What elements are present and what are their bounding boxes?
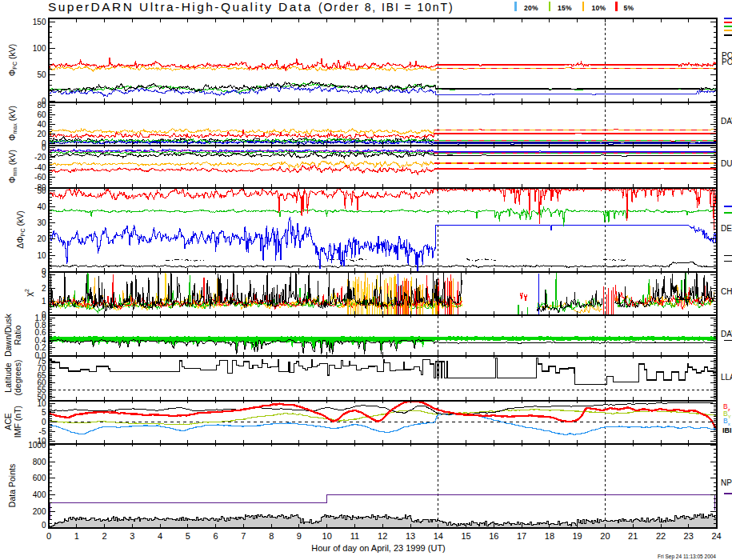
svg-text:5%: 5% bbox=[624, 4, 634, 12]
svg-text:16: 16 bbox=[489, 531, 498, 541]
svg-text:0.4: 0.4 bbox=[35, 336, 46, 345]
svg-text:-5: -5 bbox=[39, 427, 46, 436]
svg-text:19: 19 bbox=[572, 531, 582, 541]
svg-text:-40: -40 bbox=[34, 163, 46, 172]
svg-text:1.0: 1.0 bbox=[35, 314, 46, 322]
svg-text:23: 23 bbox=[684, 531, 694, 541]
svg-text:75: 75 bbox=[37, 357, 46, 366]
svg-text:(degrees): (degrees) bbox=[13, 360, 22, 396]
svg-text:21: 21 bbox=[628, 531, 638, 541]
svg-text:0: 0 bbox=[42, 418, 46, 426]
svg-text:400: 400 bbox=[33, 490, 46, 499]
svg-text:10: 10 bbox=[37, 399, 46, 408]
svg-text:1000: 1000 bbox=[28, 441, 46, 450]
svg-text:18: 18 bbox=[545, 531, 554, 541]
svg-text:80: 80 bbox=[37, 101, 46, 110]
svg-text:22: 22 bbox=[656, 531, 666, 541]
svg-text:ACE: ACE bbox=[3, 413, 13, 430]
svg-text:DAV: DAV bbox=[721, 117, 732, 126]
svg-text:SuperDARN Ultra-High-Quality D: SuperDARN Ultra-High-Quality Data bbox=[48, 0, 313, 14]
svg-text:0.8: 0.8 bbox=[35, 321, 46, 330]
svg-text:20: 20 bbox=[37, 130, 46, 138]
svg-text:3: 3 bbox=[42, 270, 46, 279]
svg-text:0: 0 bbox=[42, 521, 46, 530]
svg-text:17: 17 bbox=[517, 531, 526, 541]
svg-text:9: 9 bbox=[297, 531, 302, 541]
svg-text:5: 5 bbox=[186, 531, 190, 541]
svg-text:600: 600 bbox=[33, 474, 46, 482]
svg-text:15%: 15% bbox=[558, 4, 572, 12]
svg-text:DE: DE bbox=[721, 224, 732, 233]
svg-text:12: 12 bbox=[378, 531, 387, 541]
svg-text:20%: 20% bbox=[524, 4, 538, 12]
svg-text:5: 5 bbox=[42, 408, 46, 417]
svg-text:0: 0 bbox=[42, 143, 46, 152]
svg-text:DU: DU bbox=[721, 159, 732, 168]
svg-text:Ratio: Ratio bbox=[13, 326, 22, 346]
svg-text:Φmin (kV): Φmin (kV) bbox=[7, 150, 18, 183]
svg-text:2: 2 bbox=[102, 531, 106, 541]
svg-text:40: 40 bbox=[37, 202, 46, 211]
svg-text:0: 0 bbox=[46, 531, 51, 541]
svg-text:Φmax (kV): Φmax (kV) bbox=[7, 106, 18, 141]
svg-text:LLA: LLA bbox=[721, 373, 732, 382]
svg-text:Dawn/Dusk: Dawn/Dusk bbox=[3, 313, 13, 356]
svg-text:Data Points: Data Points bbox=[7, 464, 17, 507]
svg-text:IBI: IBI bbox=[722, 426, 732, 434]
svg-text:ΦPC (kV): ΦPC (kV) bbox=[7, 44, 18, 76]
svg-text:-20: -20 bbox=[34, 153, 46, 162]
svg-text:3: 3 bbox=[130, 531, 134, 541]
svg-text:2: 2 bbox=[42, 284, 46, 293]
svg-text:20: 20 bbox=[37, 234, 46, 243]
svg-text:11: 11 bbox=[350, 531, 359, 541]
svg-text:IMF (nT): IMF (nT) bbox=[13, 406, 22, 438]
svg-text:4: 4 bbox=[158, 531, 162, 541]
svg-text:24: 24 bbox=[711, 531, 721, 541]
svg-text:1: 1 bbox=[42, 297, 46, 306]
svg-text:1: 1 bbox=[74, 531, 79, 541]
svg-text:8: 8 bbox=[269, 531, 274, 541]
svg-text:20: 20 bbox=[600, 531, 610, 541]
svg-text:10: 10 bbox=[37, 251, 46, 260]
svg-text:100: 100 bbox=[33, 44, 46, 53]
svg-text:-60: -60 bbox=[34, 173, 46, 182]
svg-text:6: 6 bbox=[214, 531, 218, 541]
svg-text:14: 14 bbox=[434, 531, 443, 541]
svg-text:Fri Sep 24 11:13:05 2004: Fri Sep 24 11:13:05 2004 bbox=[658, 554, 716, 560]
svg-text:PO: PO bbox=[722, 58, 732, 66]
svg-text:50: 50 bbox=[37, 70, 46, 79]
svg-text:10%: 10% bbox=[592, 4, 606, 12]
svg-text:150: 150 bbox=[33, 18, 46, 26]
svg-text:40: 40 bbox=[37, 120, 46, 129]
svg-text:30: 30 bbox=[37, 218, 46, 227]
svg-text:DAW: DAW bbox=[721, 330, 732, 338]
svg-text:50: 50 bbox=[37, 186, 46, 195]
svg-text:60: 60 bbox=[37, 110, 46, 119]
svg-text:NP: NP bbox=[721, 478, 732, 487]
svg-text:200: 200 bbox=[33, 507, 46, 516]
svg-text:15: 15 bbox=[461, 531, 470, 541]
svg-text:Hour of day on April, 23 1999: Hour of day on April, 23 1999 (UT) bbox=[311, 543, 446, 553]
svg-text:Latitude: Latitude bbox=[3, 362, 13, 393]
svg-text:0.6: 0.6 bbox=[35, 328, 46, 337]
svg-text:0.2: 0.2 bbox=[35, 343, 46, 352]
svg-text:7: 7 bbox=[241, 531, 246, 541]
svg-text:(Order 8, IBI = 10nT): (Order 8, IBI = 10nT) bbox=[318, 1, 454, 14]
svg-text:800: 800 bbox=[33, 458, 46, 466]
svg-text:10: 10 bbox=[322, 531, 332, 541]
svg-text:CH: CH bbox=[721, 287, 732, 296]
svg-text:13: 13 bbox=[406, 531, 415, 541]
